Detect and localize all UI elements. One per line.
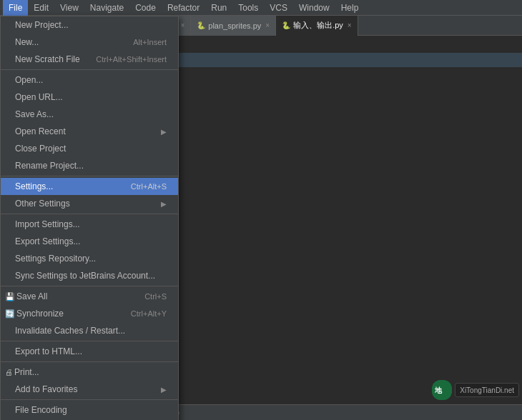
menu-item-sync-settings[interactable]: Sync Settings to JetBrains Account... xyxy=(1,267,178,284)
file-dropdown-menu: New Project... New... Alt+Insert New Scr… xyxy=(0,16,179,420)
file-dropdown-overlay: New Project... New... Alt+Insert New Scr… xyxy=(0,16,179,420)
separator-7 xyxy=(1,399,178,400)
branding-area: 地 XiTongTianDi.net xyxy=(432,380,519,400)
menu-file[interactable]: File xyxy=(3,0,28,16)
tab-input-output[interactable]: 🐍 输入、输出.py × xyxy=(276,16,358,36)
tab-label-3: plan_sprites.py xyxy=(208,21,261,30)
menu-code[interactable]: Code xyxy=(129,0,162,16)
menu-item-save-all[interactable]: 💾 Save All Ctrl+S xyxy=(1,288,178,305)
tab-close-3[interactable]: × xyxy=(265,21,270,29)
menu-item-synchronize[interactable]: 🔄 Synchronize Ctrl+Alt+Y xyxy=(1,305,178,322)
menu-item-export-settings[interactable]: Export Settings... xyxy=(1,233,178,250)
menu-refactor[interactable]: Refactor xyxy=(162,0,205,16)
tab-label-4: 输入、输出.py xyxy=(293,20,343,31)
menu-run[interactable]: Run xyxy=(205,0,232,16)
menu-item-export-html[interactable]: Export to HTML... xyxy=(1,343,178,360)
separator-1 xyxy=(1,69,178,70)
tab-close-2[interactable]: × xyxy=(180,21,184,29)
branding-text: XiTongTianDi.net xyxy=(460,386,514,394)
python-icon-tab4: 🐍 xyxy=(282,21,290,29)
svg-text:地: 地 xyxy=(434,386,443,394)
menu-item-new-scratch-file[interactable]: New Scratch File Ctrl+Alt+Shift+Insert xyxy=(1,51,178,68)
menu-item-other-settings[interactable]: Other Settings ▶ xyxy=(1,195,178,212)
branding-badge: 地 xyxy=(432,380,452,400)
menu-item-invalidate-caches[interactable]: Invalidate Caches / Restart... xyxy=(1,322,178,339)
separator-4 xyxy=(1,286,178,286)
menu-item-open-recent[interactable]: Open Recent ▶ xyxy=(1,123,178,140)
sync-icon: 🔄 xyxy=(5,309,15,319)
menu-edit[interactable]: Edit xyxy=(28,0,54,16)
menu-view[interactable]: View xyxy=(54,0,84,16)
menu-window[interactable]: Window xyxy=(293,0,335,16)
menu-item-new[interactable]: New... Alt+Insert xyxy=(1,34,178,51)
menu-item-open-url[interactable]: Open URL... xyxy=(1,89,178,106)
menu-vcs[interactable]: VCS xyxy=(264,0,293,16)
menu-bar: File Edit View Navigate Code Refactor Ru… xyxy=(0,0,522,16)
menu-navigate[interactable]: Navigate xyxy=(84,0,129,16)
menu-item-rename-project[interactable]: Rename Project... xyxy=(1,157,178,174)
menu-item-add-favorites[interactable]: Add to Favorites ▶ xyxy=(1,381,178,398)
menu-item-settings-repo[interactable]: Settings Repository... xyxy=(1,250,178,267)
branding-logo: 地 xyxy=(432,380,452,400)
menu-item-import-settings[interactable]: Import Settings... xyxy=(1,216,178,233)
separator-3 xyxy=(1,214,178,214)
menu-item-settings[interactable]: Settings... Ctrl+Alt+S xyxy=(1,178,178,195)
print-icon: 🖨 xyxy=(5,368,13,376)
python-icon-tab3: 🐍 xyxy=(197,21,205,29)
menu-item-close-project[interactable]: Close Project xyxy=(1,140,178,157)
menu-item-print[interactable]: 🖨 Print... xyxy=(1,364,178,381)
menu-tools[interactable]: Tools xyxy=(232,0,264,16)
separator-6 xyxy=(1,361,178,362)
menu-item-save-as[interactable]: Save As... xyxy=(1,106,178,123)
menu-help[interactable]: Help xyxy=(335,0,365,16)
menu-item-new-project[interactable]: New Project... xyxy=(1,16,178,34)
tab-close-4[interactable]: × xyxy=(348,21,352,29)
menu-item-open[interactable]: Open... xyxy=(1,71,178,89)
separator-5 xyxy=(1,341,178,341)
save-icon: 💾 xyxy=(5,292,15,301)
tab-plan-sprites[interactable]: 🐍 plan_sprites.py × xyxy=(191,16,276,36)
separator-2 xyxy=(1,176,178,176)
menu-item-file-encoding[interactable]: File Encoding xyxy=(1,401,178,419)
